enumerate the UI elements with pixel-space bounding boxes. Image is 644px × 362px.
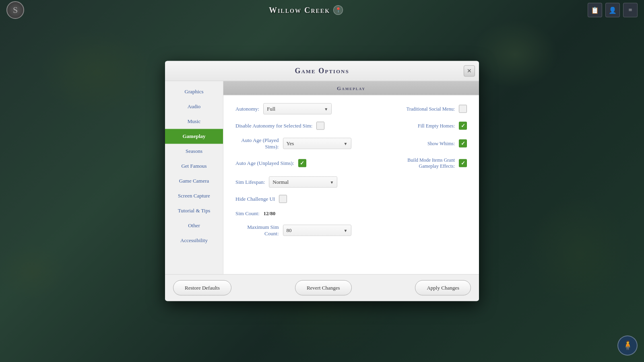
sim-lifespan-arrow: ▼ — [330, 180, 334, 184]
show-whims-label: Show Whims: — [427, 140, 455, 146]
build-mode-checkbox[interactable] — [459, 159, 467, 167]
sim-lifespan-left: Sim Lifespan: Normal ▼ — [235, 177, 351, 188]
max-sim-count-row: Maximum Sim Count: 80 ▼ — [235, 224, 467, 237]
autonomy-left: Autonomy: Full ▼ — [235, 103, 351, 115]
autonomy-dropdown-arrow: ▼ — [324, 107, 328, 111]
autonomy-row: Autonomy: Full ▼ Traditional Social Menu… — [235, 103, 467, 115]
sim-lifespan-label: Sim Lifespan: — [235, 179, 269, 185]
sidebar-item-get-famous[interactable]: Get Famous — [165, 159, 223, 174]
autonomy-value: Full — [267, 106, 275, 112]
hide-challenge-label: Hide Challenge UI — [235, 196, 279, 202]
sidebar-item-game-camera[interactable]: Game Camera — [165, 174, 223, 189]
apply-changes-button[interactable]: Apply Changes — [415, 280, 471, 296]
sidebar-item-seasons[interactable]: Seasons — [165, 144, 223, 159]
sim-lifespan-value: Normal — [272, 179, 289, 185]
fill-homes-right: Fill Empty Homes: — [351, 122, 467, 130]
auto-age-played-label: Auto Age (Played Sims): — [235, 137, 283, 150]
max-sim-count-arrow: ▼ — [344, 228, 348, 232]
sidebar-item-gameplay[interactable]: Gameplay — [165, 129, 223, 144]
autonomy-right: Traditional Social Menu: — [351, 105, 467, 113]
profile-icon[interactable]: 👤 — [605, 3, 620, 17]
modal-body: GraphicsAudioMusicGameplaySeasonsGet Fam… — [165, 81, 479, 274]
revert-changes-button[interactable]: Revert Changes — [295, 280, 352, 296]
auto-age-unplayed-label: Auto Age (Unplayed Sims): — [235, 160, 298, 167]
menu-icon[interactable]: ≡ — [623, 3, 638, 17]
auto-age-played-left: Auto Age (Played Sims): Yes ▼ — [235, 137, 351, 150]
show-whims-checkbox[interactable] — [459, 140, 467, 148]
sidebar-item-tutorial-tips[interactable]: Tutorial & Tips — [165, 204, 223, 218]
sidebar-item-screen-capture[interactable]: Screen Capture — [165, 189, 223, 204]
content-body: Autonomy: Full ▼ Traditional Social Menu… — [223, 95, 479, 252]
modal-footer: Restore Defaults Revert Changes Apply Ch… — [165, 274, 479, 301]
modal-header: Game Options ✕ — [165, 61, 479, 81]
auto-age-played-dropdown[interactable]: Yes ▼ — [283, 138, 351, 149]
logo-symbol: S — [13, 5, 18, 15]
modal-title: Game Options — [295, 67, 349, 75]
disable-autonomy-checkbox[interactable] — [316, 122, 324, 130]
show-whims-right: Show Whims: — [351, 140, 467, 148]
build-mode-right: Build Mode Items Grant Gameplay Effects: — [351, 157, 467, 169]
restore-defaults-button[interactable]: Restore Defaults — [173, 280, 231, 296]
disable-autonomy-label: Disable Autonomy for Selected Sim: — [235, 123, 316, 129]
sidebar-item-music[interactable]: Music — [165, 114, 223, 129]
auto-age-unplayed-left: Auto Age (Unplayed Sims): — [235, 159, 351, 167]
game-options-modal: Game Options ✕ GraphicsAudioMusicGamepla… — [165, 61, 479, 301]
fill-empty-homes-label: Fill Empty Homes: — [418, 123, 455, 129]
content-header: Gameplay — [223, 81, 479, 95]
sim-count-row: Sim Count: 12/80 — [235, 210, 467, 217]
helper-icon[interactable]: 🧍 — [617, 335, 638, 356]
sidebar: GraphicsAudioMusicGameplaySeasonsGet Fam… — [165, 81, 223, 274]
hide-challenge-checkbox[interactable] — [279, 195, 287, 203]
location-title: Willow Creek — [269, 6, 330, 15]
max-sim-count-label: Maximum Sim Count: — [235, 224, 283, 237]
auto-age-played-row: Auto Age (Played Sims): Yes ▼ Show Whims… — [235, 137, 467, 150]
top-bar: S Willow Creek 📍 📋 👤 ≡ — [0, 0, 644, 20]
disable-autonomy-left: Disable Autonomy for Selected Sim: — [235, 122, 351, 130]
max-sim-count-dropdown[interactable]: 80 ▼ — [283, 225, 351, 236]
top-bar-left: S — [6, 1, 24, 19]
sim-count-left: Sim Count: 12/80 — [235, 210, 351, 217]
top-bar-center: Willow Creek 📍 — [269, 5, 343, 15]
auto-age-played-value: Yes — [287, 140, 294, 147]
max-sim-count-left: Maximum Sim Count: 80 ▼ — [235, 224, 351, 237]
sidebar-item-audio[interactable]: Audio — [165, 99, 223, 114]
autonomy-label: Autonomy: — [235, 106, 263, 112]
location-pin-icon[interactable]: 📍 — [333, 5, 343, 15]
sidebar-item-other[interactable]: Other — [165, 218, 223, 233]
sim-count-label: Sim Count: — [235, 210, 264, 217]
fill-empty-homes-checkbox[interactable] — [459, 122, 467, 130]
auto-age-unplayed-row: Auto Age (Unplayed Sims): Build Mode Ite… — [235, 157, 467, 169]
hide-challenge-row: Hide Challenge UI — [235, 195, 467, 203]
close-button[interactable]: ✕ — [464, 65, 475, 76]
build-mode-label: Build Mode Items Grant Gameplay Effects: — [390, 157, 455, 169]
clipboard-icon[interactable]: 📋 — [588, 3, 602, 17]
autonomy-dropdown[interactable]: Full ▼ — [263, 103, 332, 115]
traditional-social-label: Traditional Social Menu: — [407, 106, 455, 112]
section-title: Gameplay — [337, 85, 365, 91]
sim-lifespan-row: Sim Lifespan: Normal ▼ — [235, 177, 467, 188]
top-bar-right: 📋 👤 ≡ — [588, 3, 638, 17]
sims-logo[interactable]: S — [6, 1, 24, 19]
sidebar-item-graphics[interactable]: Graphics — [165, 84, 223, 99]
disable-autonomy-row: Disable Autonomy for Selected Sim: Fill … — [235, 122, 467, 130]
auto-age-played-arrow: ▼ — [344, 141, 348, 146]
sim-lifespan-dropdown[interactable]: Normal ▼ — [269, 177, 337, 188]
sidebar-item-accessibility[interactable]: Accessibility — [165, 233, 223, 248]
auto-age-unplayed-checkbox[interactable] — [298, 159, 306, 167]
sim-count-value: 12/80 — [264, 210, 276, 217]
traditional-social-checkbox[interactable] — [459, 105, 467, 113]
max-sim-count-value: 80 — [287, 227, 292, 234]
content-area: Gameplay Autonomy: Full ▼ — [223, 81, 479, 274]
hide-challenge-left: Hide Challenge UI — [235, 195, 351, 203]
